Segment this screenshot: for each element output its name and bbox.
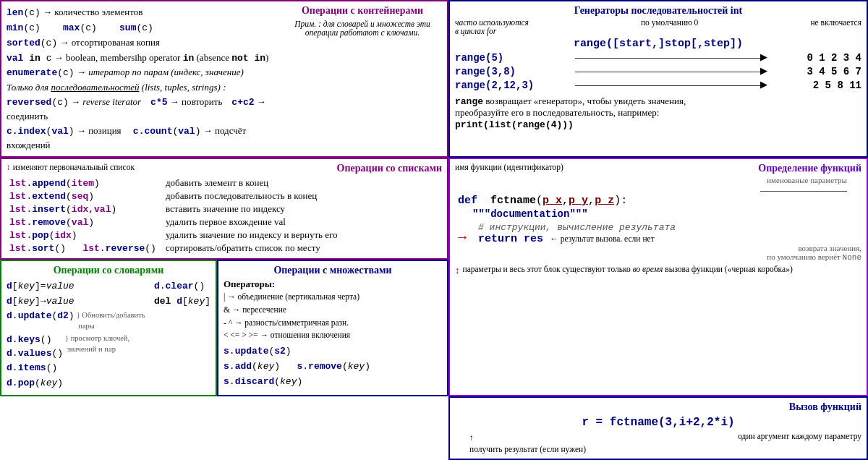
list-op-desc-5: удалить значение по индексу и вернуть ег… <box>166 229 442 242</box>
set-method-1: s.update(s2) <box>224 344 442 359</box>
list-ops-table: lst.append(item) добавить элемент в коне… <box>7 176 442 255</box>
list-op-desc-6: сортировать/обратить список по месту <box>166 242 442 255</box>
funccall-bottom: ↑ получить результат (если нужен) один а… <box>455 432 861 455</box>
funcdef-bottom-note: ↕ параметры и весь этот блок существуют … <box>455 265 861 276</box>
funcdef-header: имя функции (идентификатор) Определение … <box>455 163 861 174</box>
container-ops-note: Прим. : для словарей и множеств эти опер… <box>283 20 442 37</box>
cont-line-5: enumerate(c) → итератор по парам (индекс… <box>7 66 277 80</box>
set-op-1: | → объединение (вертикальная черта) <box>224 291 442 303</box>
range-ex-1: range(5) ▶ 0 1 2 3 4 <box>455 52 861 64</box>
funccall-title-area: Вызов функций <box>455 401 861 413</box>
funcdef-syntax-line: def fctname(p_x,p_y,p_z): <box>455 195 861 207</box>
funccall-left-note: ↑ получить результат (если нужен) <box>455 432 586 455</box>
dict-left: d[key]=value d[key]→value d.update(d2) }… <box>7 278 148 391</box>
range-panel: Генераторы последовательностей int часто… <box>448 0 868 158</box>
list-op-code-3: lst.insert(idx,val) <box>7 203 166 216</box>
list-ops-header: ↕ изменяют первоначальный список Операци… <box>7 163 442 174</box>
container-ops-title: Операции с контейнерами <box>283 5 442 17</box>
dict-right-2: del d[key] <box>154 294 210 309</box>
funccall-syntax: r = fctname(3,i+2,2*i) <box>455 416 861 429</box>
list-op-desc-2: добавить последовательность в конец <box>166 189 442 203</box>
right-col: имя функции (идентификатор) Определение … <box>448 158 868 460</box>
funcdef-ret-arrow: ← результат вызова. если нет <box>550 234 654 243</box>
range-title-area: Генераторы последовательностей int <box>455 5 861 17</box>
container-ops-title-area: Операции с контейнерами Прим. : для слов… <box>283 5 442 37</box>
dict-right: d.clear() del d[key] <box>154 278 210 391</box>
top-row: len(c) → количество элементов min(c) max… <box>0 0 868 158</box>
funcdef-params-annot: именованые параметры <box>455 176 847 193</box>
funcdef-arrow: → <box>455 229 475 245</box>
left-col: ↕ изменяют первоначальный список Операци… <box>0 158 448 460</box>
list-ops-title: Операции со списками <box>337 163 442 174</box>
funcdef-title: Определение функций <box>758 163 861 174</box>
funcdef-note-icon: ↕ <box>455 265 460 276</box>
range-annot-often: часто используются в циклах for <box>455 18 529 35</box>
dict-line-5: d.pop(key) <box>7 376 148 391</box>
set-method-2: s.add(key) s.remove(key) <box>224 359 442 374</box>
range-annot-row: часто используются в циклах for по умолч… <box>455 18 861 35</box>
list-op-desc-4: удалить первое вхождение val <box>166 216 442 229</box>
funcdef-panel: имя функции (идентификатор) Определение … <box>448 158 868 396</box>
funcdef-ret-note: возврата значения,по умолчанию вернёт No… <box>455 244 861 262</box>
range-note: range возвращает «генератор», чтобы увид… <box>455 95 861 130</box>
container-ops-panel: len(c) → количество элементов min(c) max… <box>0 0 448 158</box>
container-ops-content: len(c) → количество элементов min(c) max… <box>7 5 277 153</box>
cont-line-6: Только для последовательностей (lists, t… <box>7 81 277 95</box>
funccall-right-note: один аргумент каждому параметру <box>738 432 861 455</box>
list-ops-panel: ↕ изменяют первоначальный список Операци… <box>0 158 448 260</box>
dict-line-1: d[key]=value <box>7 279 148 294</box>
range-ex-2: range(3,8) ▶ 3 4 5 6 7 <box>455 66 861 77</box>
dict-panel: Операции со словарями d[key]=value d[key… <box>0 260 217 396</box>
list-op-row-6: lst.sort() lst.reverse() сортировать/обр… <box>7 242 442 255</box>
list-mutate-note: ↕ изменяют первоначальный список <box>7 163 135 171</box>
cont-line-8: c.index(val) → позиция c.count(val) → по… <box>7 124 277 153</box>
dict-content: d[key]=value d[key]→value d.update(d2) }… <box>7 278 210 391</box>
dict-set-panels: Операции со словарями d[key]=value d[key… <box>0 260 448 396</box>
dict-view-note: } просмотр ключей, значений и пар <box>65 333 129 354</box>
cont-line-4: val in c → boolean, membersihp operator … <box>7 51 277 66</box>
list-op-row-3: lst.insert(idx,val) вставить значение по… <box>7 203 442 216</box>
range-ex-3: range(2,12,3) ▶ 2 5 8 11 <box>455 80 861 91</box>
funcdef-doc-line: """documentation""" <box>455 208 861 220</box>
set-op-2: & → пересечение <box>224 304 442 316</box>
list-op-code-6: lst.sort() lst.reverse() <box>7 242 166 255</box>
funcdef-comment: # инструкции, вычисление результата <box>475 221 676 233</box>
cont-line-7: reversed(c) → reverse iterator c*5 → пов… <box>7 95 277 124</box>
list-op-code-2: lst.extend(seq) <box>7 189 166 203</box>
funccall-panel: Вызов функций r = fctname(3,i+2,2*i) ↑ п… <box>448 396 868 460</box>
set-method-3: s.discard(key) <box>224 375 442 389</box>
set-op-4: < <= > >= → отношения включения <box>224 329 442 341</box>
range-title: Генераторы последовательностей int <box>574 5 742 16</box>
funccall-title: Вызов функций <box>789 401 861 412</box>
funcdef-annot-name-area: имя функции (идентификатор) <box>455 163 563 171</box>
list-op-row-2: lst.extend(seq) добавить последовательно… <box>7 189 442 203</box>
cont-line-3: sorted(c) → отсортированая копия <box>7 36 277 51</box>
list-op-desc-1: добавить элемент в конец <box>166 176 442 189</box>
dict-right-1: d.clear() <box>154 279 210 294</box>
dict-line-4: d.keys() d.values() d.items() } просмотр… <box>7 333 148 376</box>
funcdef-return: return res ← результат вызова. если нет <box>475 233 676 245</box>
set-operators-title: Операторы: <box>224 278 442 290</box>
cont-line-2: min(c) max(c) sum(c) <box>7 21 277 35</box>
set-op-3: - ^ → разность/симметричная разн. <box>224 317 442 329</box>
list-op-row-1: lst.append(item) добавить элемент в коне… <box>7 176 442 189</box>
range-syntax: range([start,]stop[,step]) <box>455 38 861 50</box>
dict-title: Операции со словарями <box>7 265 210 276</box>
set-title: Операции с множествами <box>224 265 442 276</box>
dict-line-3: d.update(d2) } Обновить/добавить пары <box>7 310 148 331</box>
range-annot-excl: не включается <box>810 18 861 35</box>
list-op-row-4: lst.remove(val) удалить первое вхождение… <box>7 216 442 229</box>
main-layout: len(c) → количество элементов min(c) max… <box>0 0 868 460</box>
funcdef-code: # инструкции, вычисление результата retu… <box>475 221 676 245</box>
funcdef-note-text: параметры и весь этот блок существуют то… <box>463 265 793 276</box>
funcdef-body: → # инструкции, вычисление результата re… <box>455 221 861 245</box>
dict-line-2: d[key]→value <box>7 294 148 309</box>
list-op-desc-3: вставить значение по индексу <box>166 203 442 216</box>
list-op-code-4: lst.remove(val) <box>7 216 166 229</box>
set-panel: Операции с множествами Операторы: | → об… <box>217 260 448 396</box>
list-op-code-5: lst.pop(idx) <box>7 229 166 242</box>
bottom-row: ↕ изменяют первоначальный список Операци… <box>0 158 868 460</box>
list-op-code-1: lst.append(item) <box>7 176 166 189</box>
cont-line-1: len(c) → количество элементов <box>7 6 277 20</box>
list-op-row-5: lst.pop(idx) удалить значение по индексу… <box>7 229 442 242</box>
